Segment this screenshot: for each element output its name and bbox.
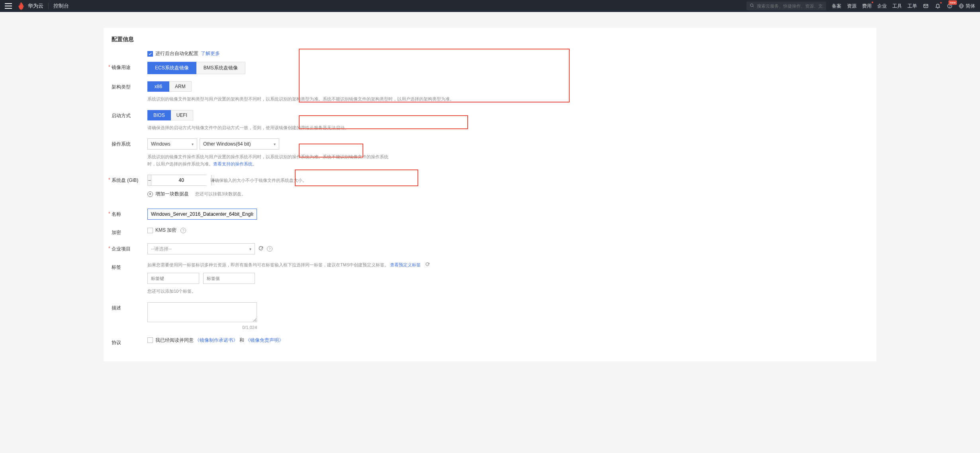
svg-line-1 [753, 6, 754, 7]
desc-row: 描述 0/1,024 [112, 302, 868, 330]
tab-arm[interactable]: ARM [169, 81, 192, 92]
chevron-down-icon: ▾ [192, 142, 194, 146]
tab-uefi[interactable]: UEFI [171, 110, 193, 120]
header-left: 华为云 控制台 [5, 2, 69, 10]
kms-checkbox[interactable] [147, 228, 153, 233]
new-badge: new [949, 0, 957, 5]
name-row: 名称 [112, 209, 868, 220]
agreement-text: 我已经阅读并同意 《镜像制作承诺书》 和 《镜像免责声明》 [155, 337, 284, 344]
nav-beian[interactable]: 备案 [832, 3, 841, 10]
notification-icon[interactable] [935, 3, 941, 9]
nav-order[interactable]: 工单 [907, 3, 917, 10]
header-divider [48, 3, 49, 9]
tag-inputs [147, 273, 868, 284]
agreement-checkbox[interactable] [147, 337, 153, 343]
kms-label: KMS 加密 [155, 227, 176, 234]
svg-point-0 [751, 4, 753, 6]
desc-char-count: 0/1,024 [147, 325, 257, 330]
agreement-link1[interactable]: 《镜像制作承诺书》 [195, 337, 238, 343]
agreement-row: 协议 我已经阅读并同意 《镜像制作承诺书》 和 《镜像免责声明》 [112, 337, 868, 346]
name-input[interactable] [147, 209, 257, 220]
help-icon[interactable]: ? [180, 228, 186, 233]
boot-label: 启动方式 [112, 110, 147, 119]
disk-row: 系统盘 (GiB) − + 请确保输入的大小不小于镜像文件的系统盘大小。 + 增… [112, 175, 868, 197]
nav-enterprise[interactable]: 企业 [877, 3, 887, 10]
arch-row: 架构类型 x86 ARM 系统识别的镜像文件架构类型与用户设置的架构类型不同时，… [112, 81, 868, 103]
config-panel: 配置信息 进行后台自动化配置 了解更多 镜像用途 ECS系统盘镜像 BMS系统盘… [104, 28, 876, 361]
project-select[interactable]: --请选择-- ▾ [147, 243, 255, 254]
disk-label: 系统盘 (GiB) [112, 175, 147, 184]
search-bar[interactable] [747, 2, 826, 10]
add-disk-link[interactable]: 增加一块数据盘 [155, 191, 189, 197]
help-icon[interactable]: ? [267, 246, 272, 252]
arch-hint: 系统识别的镜像文件架构类型与用户设置的架构类型不同时，以系统识别的架构类型为准。… [147, 96, 868, 103]
content-area: 配置信息 进行后台自动化配置 了解更多 镜像用途 ECS系统盘镜像 BMS系统盘… [0, 12, 980, 361]
boot-row: 启动方式 BIOS UEFI 请确保选择的启动方式与镜像文件中的启动方式一致，否… [112, 110, 868, 132]
disk-size-input[interactable] [151, 175, 211, 185]
tag-key-input[interactable] [147, 273, 199, 284]
boot-hint: 请确保选择的启动方式与镜像文件中的启动方式一致，否则，使用该镜像创建的弹性云服务… [147, 124, 868, 132]
language-selector[interactable]: 简体 [958, 3, 975, 10]
chevron-down-icon: ▾ [249, 247, 251, 251]
top-header: 华为云 控制台 备案 资源 费用 企业 工具 工单 new 简体 [0, 0, 980, 12]
add-disk-row: + 增加一块数据盘 您还可以挂载3块数据盘。 [147, 191, 868, 197]
tag-link[interactable]: 查看预定义标签 [390, 262, 421, 267]
brand-name: 华为云 [28, 2, 43, 10]
project-row: 企业项目 --请选择-- ▾ ? [112, 243, 868, 254]
plus-circle-icon[interactable]: + [147, 191, 153, 197]
tag-footer: 您还可以添加10个标签。 [147, 288, 868, 295]
help-icon[interactable]: new [947, 3, 953, 9]
tab-x86[interactable]: x86 [147, 81, 169, 92]
boot-tabs: BIOS UEFI [147, 110, 868, 120]
search-icon [750, 3, 755, 9]
name-label: 名称 [112, 209, 147, 218]
brand-logo[interactable]: 华为云 [17, 2, 43, 10]
add-disk-hint: 您还可以挂载3块数据盘。 [195, 191, 246, 197]
tab-ecs-system[interactable]: ECS系统盘镜像 [147, 62, 196, 74]
auto-config-row: 进行后台自动化配置 了解更多 [147, 50, 868, 57]
nav-resource[interactable]: 资源 [847, 3, 857, 10]
stepper-decrease[interactable]: − [148, 175, 151, 185]
message-icon[interactable] [923, 3, 929, 9]
section-title: 配置信息 [112, 36, 868, 43]
tag-hint: 如果您需要使用同一标签标识多种云资源，即所有服务均可在标签输入框下拉选择同一标签… [147, 262, 868, 269]
refresh-icon[interactable] [258, 246, 264, 252]
desc-label: 描述 [112, 302, 147, 311]
tag-label: 标签 [112, 262, 147, 271]
console-link[interactable]: 控制台 [53, 2, 69, 10]
refresh-icon[interactable] [425, 262, 430, 269]
image-use-label: 镜像用途 [112, 62, 147, 71]
project-label: 企业项目 [112, 243, 147, 252]
nav-fee[interactable]: 费用 [862, 3, 872, 10]
menu-icon[interactable] [5, 3, 12, 9]
search-input[interactable] [757, 4, 823, 8]
arch-label: 架构类型 [112, 81, 147, 91]
svg-point-4 [950, 7, 950, 8]
disk-stepper: − + [147, 175, 206, 186]
tab-bios[interactable]: BIOS [147, 110, 171, 120]
os-version-select[interactable]: Other Windows(64 bit) ▾ [200, 138, 279, 150]
agreement-label: 协议 [112, 337, 147, 346]
desc-textarea[interactable] [147, 302, 257, 322]
auto-config-link[interactable]: 了解更多 [201, 50, 220, 57]
auto-config-checkbox[interactable] [147, 51, 153, 57]
disk-hint: 请确保输入的大小不小于镜像文件的系统盘大小。 [210, 177, 307, 183]
tag-row: 标签 如果您需要使用同一标签标识多种云资源，即所有服务均可在标签输入框下拉选择同… [112, 262, 868, 295]
encrypt-label: 加密 [112, 227, 147, 236]
os-family-select[interactable]: Windows ▾ [147, 138, 197, 150]
image-use-row: 镜像用途 ECS系统盘镜像 BMS系统盘镜像 [112, 62, 868, 74]
globe-icon [958, 3, 964, 9]
huawei-logo-icon [17, 2, 25, 10]
os-support-link[interactable]: 查看支持的操作系统 [213, 162, 253, 166]
os-row: 操作系统 Windows ▾ Other Windows(64 bit) ▾ 系… [112, 138, 868, 167]
nav-tools[interactable]: 工具 [892, 3, 902, 10]
header-right: 备案 资源 费用 企业 工具 工单 new 简体 [747, 2, 975, 10]
auto-config-label: 进行后台自动化配置 [155, 50, 198, 57]
os-label: 操作系统 [112, 138, 147, 148]
agreement-link2[interactable]: 《镜像免责声明》 [245, 337, 284, 343]
image-use-tabs: ECS系统盘镜像 BMS系统盘镜像 [147, 62, 868, 74]
os-selects: Windows ▾ Other Windows(64 bit) ▾ [147, 138, 868, 150]
tab-bms-system[interactable]: BMS系统盘镜像 [196, 62, 245, 74]
tag-value-input[interactable] [203, 273, 255, 284]
os-hint: 系统识别的镜像文件操作系统与用户设置的操作系统不同时，以系统识别的操作系统为准。… [147, 154, 394, 167]
